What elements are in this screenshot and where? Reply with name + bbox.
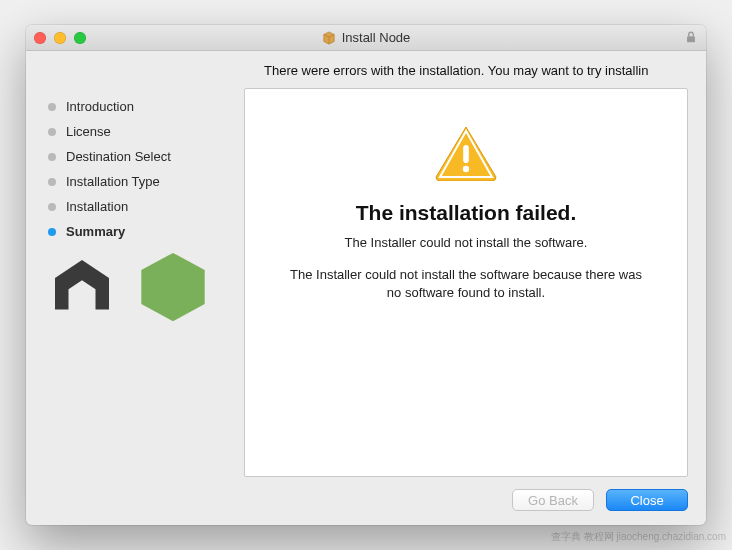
bullet-icon xyxy=(48,178,56,186)
step-label: Introduction xyxy=(66,99,134,114)
close-window-button[interactable] xyxy=(34,32,46,44)
minimize-window-button[interactable] xyxy=(54,32,66,44)
titlebar: Install Node xyxy=(26,25,706,51)
step-label: Summary xyxy=(66,224,125,239)
bullet-icon xyxy=(48,228,56,236)
title-center: Install Node xyxy=(26,30,706,45)
window-controls xyxy=(34,32,86,44)
step-summary: Summary xyxy=(44,219,230,244)
fail-detail: The Installer could not install the soft… xyxy=(286,266,646,301)
step-introduction: Introduction xyxy=(44,94,230,119)
warning-icon xyxy=(434,125,498,181)
go-back-button: Go Back xyxy=(512,489,594,511)
step-installation: Installation xyxy=(44,194,230,219)
package-icon xyxy=(322,31,336,45)
bullet-icon xyxy=(48,128,56,136)
button-row: Go Back Close xyxy=(44,477,688,511)
columns: Introduction License Destination Select … xyxy=(44,88,688,477)
sidebar: Introduction License Destination Select … xyxy=(44,88,230,477)
step-label: Installation Type xyxy=(66,174,160,189)
status-message: There were errors with the installation.… xyxy=(44,51,688,88)
fail-subtitle: The Installer could not install the soft… xyxy=(345,235,588,250)
bullet-icon xyxy=(48,103,56,111)
window-body: There were errors with the installation.… xyxy=(26,51,706,525)
watermark: 查字典 教程网 jiaocheng.chazidian.com xyxy=(551,530,726,544)
content-pane: The installation failed. The Installer c… xyxy=(244,88,688,477)
step-label: Destination Select xyxy=(66,149,171,164)
bullet-icon xyxy=(48,203,56,211)
svg-rect-1 xyxy=(463,145,469,163)
step-license: License xyxy=(44,119,230,144)
bullet-icon xyxy=(48,153,56,161)
window-title: Install Node xyxy=(342,30,411,45)
installer-logos xyxy=(44,248,230,326)
svg-point-2 xyxy=(463,166,469,172)
fail-title: The installation failed. xyxy=(356,201,577,225)
svg-rect-0 xyxy=(687,36,695,42)
step-destination-select: Destination Select xyxy=(44,144,230,169)
step-installation-type: Installation Type xyxy=(44,169,230,194)
step-label: Installation xyxy=(66,199,128,214)
lock-icon xyxy=(684,30,698,44)
node-hex-logo-icon xyxy=(134,248,212,326)
step-label: License xyxy=(66,124,111,139)
installer-window: Install Node There were errors with the … xyxy=(26,25,706,525)
zoom-window-button[interactable] xyxy=(74,32,86,44)
npm-logo-icon xyxy=(46,251,118,323)
close-button[interactable]: Close xyxy=(606,489,688,511)
